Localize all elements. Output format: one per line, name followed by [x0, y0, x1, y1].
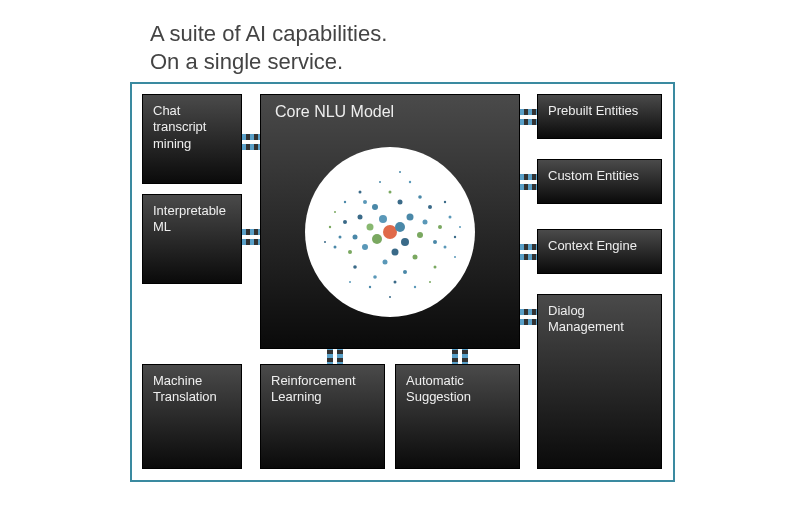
tile-label: Prebuilt Entities	[548, 103, 638, 118]
page-heading: A suite of AI capabilities. On a single …	[150, 20, 387, 75]
connector	[462, 346, 468, 366]
tile-prebuilt-entities: Prebuilt Entities	[537, 94, 662, 139]
tile-label: Chat transcript mining	[153, 103, 206, 151]
tile-reinforcement-learning: Reinforcement Learning	[260, 364, 385, 469]
svg-point-28	[339, 235, 342, 238]
connector	[242, 229, 262, 235]
connector	[242, 144, 262, 150]
svg-point-3	[401, 238, 409, 246]
cluster-visualization-icon	[305, 147, 475, 317]
architecture-panel: Chat transcript mining Interpretable ML …	[130, 82, 675, 482]
tile-label: Reinforcement Learning	[271, 373, 356, 404]
svg-point-7	[392, 248, 399, 255]
svg-point-21	[403, 270, 407, 274]
svg-point-33	[434, 265, 437, 268]
svg-point-50	[459, 226, 461, 228]
tile-label: Automatic Suggestion	[406, 373, 471, 404]
svg-point-19	[428, 205, 432, 209]
svg-point-23	[438, 225, 442, 229]
svg-point-49	[334, 211, 336, 213]
connector	[242, 239, 262, 245]
svg-point-13	[413, 254, 418, 259]
tile-label: Interpretable ML	[153, 203, 226, 234]
svg-point-48	[389, 296, 391, 298]
svg-point-34	[359, 190, 362, 193]
svg-point-8	[362, 244, 368, 250]
tile-dialog-management: Dialog Management	[537, 294, 662, 469]
svg-point-14	[353, 234, 358, 239]
svg-point-22	[343, 220, 347, 224]
svg-point-25	[418, 195, 422, 199]
svg-point-39	[409, 180, 411, 182]
svg-point-41	[444, 200, 446, 202]
tile-core-nlu: Core NLU Model	[260, 94, 520, 349]
svg-point-32	[334, 245, 337, 248]
svg-point-24	[373, 275, 377, 279]
svg-point-5	[367, 223, 374, 230]
svg-point-47	[399, 171, 401, 173]
svg-point-2	[372, 234, 382, 244]
tile-label: Custom Entities	[548, 168, 639, 183]
svg-point-0	[383, 225, 397, 239]
svg-point-16	[383, 259, 388, 264]
svg-point-26	[353, 265, 357, 269]
connector	[327, 346, 333, 366]
svg-point-38	[329, 225, 331, 227]
svg-point-43	[379, 181, 381, 183]
svg-point-46	[454, 256, 456, 258]
svg-point-35	[414, 285, 416, 287]
svg-point-44	[429, 281, 431, 283]
svg-point-37	[454, 235, 456, 237]
heading-line-2: On a single service.	[150, 48, 387, 76]
tile-label: Context Engine	[548, 238, 637, 253]
svg-point-30	[394, 280, 397, 283]
heading-line-1: A suite of AI capabilities.	[150, 20, 387, 48]
tile-machine-translation: Machine Translation	[142, 364, 242, 469]
tile-context-engine: Context Engine	[537, 229, 662, 274]
svg-point-27	[444, 245, 447, 248]
svg-point-9	[417, 232, 423, 238]
tile-custom-entities: Custom Entities	[537, 159, 662, 204]
svg-point-10	[372, 204, 378, 210]
core-title: Core NLU Model	[275, 103, 394, 121]
connector	[242, 134, 262, 140]
svg-point-31	[449, 215, 452, 218]
svg-point-40	[369, 285, 371, 287]
svg-point-18	[348, 250, 352, 254]
tile-label: Machine Translation	[153, 373, 217, 404]
svg-point-4	[379, 215, 387, 223]
svg-point-36	[344, 200, 346, 202]
svg-point-11	[358, 214, 363, 219]
tile-chat-mining: Chat transcript mining	[142, 94, 242, 184]
tile-interpretable-ml: Interpretable ML	[142, 194, 242, 284]
svg-point-12	[423, 219, 428, 224]
svg-point-15	[398, 199, 403, 204]
tile-label: Dialog Management	[548, 303, 624, 334]
svg-point-45	[324, 241, 326, 243]
svg-point-42	[349, 281, 351, 283]
svg-point-20	[363, 200, 367, 204]
connector	[337, 346, 343, 366]
connector	[452, 346, 458, 366]
tile-automatic-suggestion: Automatic Suggestion	[395, 364, 520, 469]
svg-point-29	[389, 190, 392, 193]
svg-point-17	[433, 240, 437, 244]
svg-point-6	[407, 213, 414, 220]
svg-point-1	[395, 222, 405, 232]
